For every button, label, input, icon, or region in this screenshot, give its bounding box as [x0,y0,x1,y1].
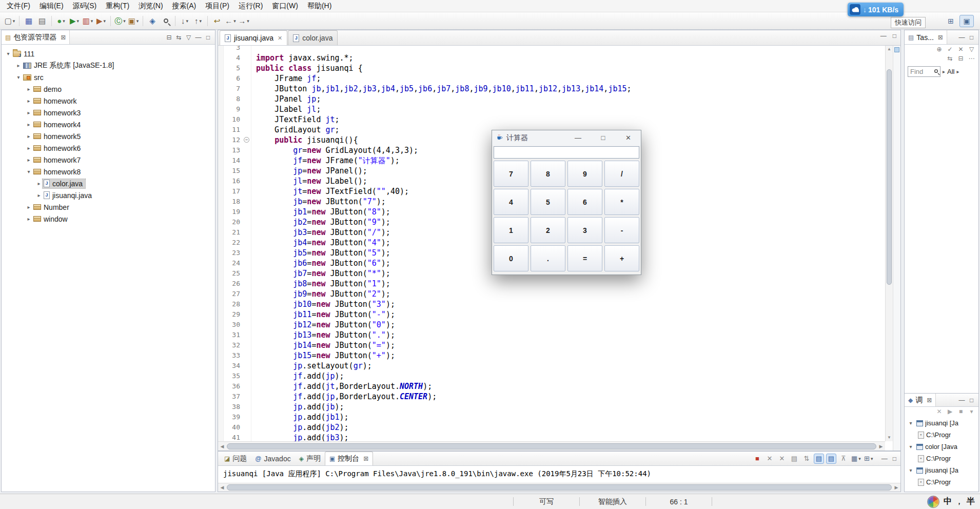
annotation-gutter[interactable] [218,53,224,63]
menu-item[interactable]: 项目(P) [201,1,234,12]
fold-gutter[interactable] [243,330,251,340]
annotation-gutter[interactable] [218,309,224,320]
close-icon[interactable]: ⊠ [363,455,368,462]
editor-horizontal-scrollbar[interactable]: ◀ ▶ [218,441,885,451]
twisty-icon[interactable]: ▾ [15,74,22,80]
tree-item[interactable]: ▸JRE 系统库 [JavaSE-1.8] [2,60,215,71]
twisty-icon[interactable]: ▸ [35,181,43,186]
twisty-icon[interactable]: ▾ [907,467,914,473]
debug-item[interactable]: ▾jisuanqi [Ja [905,464,978,476]
code-text[interactable]: jb9=new JButton("2"); [251,289,885,299]
code-text[interactable]: jp.add(jb3); [251,433,885,441]
remove-all-launches-icon[interactable]: ✕ [777,454,787,464]
calc-button-6[interactable]: 6 [567,189,602,215]
annotation-gutter[interactable] [218,279,224,289]
horizontal-scroll-thumb[interactable] [227,443,876,449]
code-text[interactable]: jb12=new JButton("0"); [251,320,885,330]
run-icon[interactable]: ▶▾ [68,15,81,27]
maximize-icon[interactable]: □ [893,32,896,40]
fold-gutter[interactable] [243,125,251,135]
annotation-gutter[interactable] [218,166,224,176]
menu-item[interactable]: 源码(S) [68,1,102,12]
annotation-gutter[interactable] [218,402,224,412]
twisty-icon[interactable]: ▸ [25,86,32,92]
fold-gutter[interactable] [243,166,251,176]
debug-icon[interactable]: ●▾ [55,15,67,27]
annotation-gutter[interactable] [218,330,224,340]
annotation-gutter[interactable] [218,299,224,309]
tree-item[interactable]: ▸window [2,213,215,225]
delete-task-icon[interactable]: ✕ [956,46,966,53]
maximize-icon[interactable]: □ [967,397,976,404]
menu-item[interactable]: 搜索(A) [168,1,201,12]
calc-button-2[interactable]: 2 [531,217,565,243]
annotation-gutter[interactable] [218,371,224,381]
twisty-icon[interactable]: ▾ [907,444,914,449]
fold-gutter[interactable] [243,320,251,330]
menu-item[interactable]: 帮助(H) [303,1,336,12]
open-type-icon[interactable]: ◈ [146,15,159,27]
close-icon[interactable]: ✕ [278,35,282,42]
mark-complete-icon[interactable]: ✓ [945,46,955,53]
menu-item[interactable]: 文件(F) [2,1,35,12]
search-icon[interactable] [160,15,172,27]
editor-tab[interactable]: color.java [288,30,338,45]
console-tab[interactable]: @Javadoc [251,452,295,465]
tree-item[interactable]: ▸demo [2,83,215,95]
collapse-all-icon[interactable]: ⊟ [956,55,966,62]
fold-gutter[interactable] [243,289,251,299]
calc-button-1[interactable]: 1 [494,217,528,243]
view-menu-icon[interactable]: ▾ [967,408,976,415]
tree-item[interactable]: ▸homework6 [2,142,215,154]
debug-view-tab[interactable]: ◆ 调 ⊠ [905,394,936,406]
twisty-icon[interactable]: ▸ [35,192,43,198]
code-text[interactable]: jp.add(jb1); [251,412,885,422]
ime-punct[interactable]: ， [956,497,963,506]
fold-gutter[interactable] [243,84,251,94]
code-text[interactable]: JFrame jf; [251,73,885,84]
maximize-icon[interactable]: □ [591,130,616,146]
clear-console-icon[interactable]: ▤ [789,454,799,464]
collapse-all-icon[interactable]: ⊟ [164,34,174,41]
debug-item[interactable]: C:\Progr [905,453,978,464]
overview-ruler[interactable] [893,46,900,451]
twisty-icon[interactable]: ▸ [25,216,32,222]
calculator-window[interactable]: 计算器 — □ ✕ 789/456*123-0.=+ [492,130,641,275]
editor-vertical-scrollbar[interactable]: ▲ ▼ [885,46,893,441]
resume-icon[interactable]: ▶ [945,408,955,415]
tree-item[interactable]: ▸homework7 [2,154,215,166]
code-text[interactable]: jp.add(jb2); [251,422,885,433]
annotation-gutter[interactable] [218,63,224,73]
calculator-title-bar[interactable]: 计算器 — □ ✕ [492,130,641,146]
twisty-icon[interactable]: ▸ [25,122,32,127]
annotation-gutter[interactable] [218,227,224,238]
annotation-gutter[interactable] [218,114,224,125]
fold-gutter[interactable] [243,186,251,197]
annotation-gutter[interactable] [218,350,224,361]
code-text[interactable]: JPanel jp; [251,94,885,104]
ime-globe-icon[interactable] [927,496,939,508]
task-list-view-tab[interactable]: ▤ Tas... ⊠ [905,30,947,44]
close-icon[interactable]: ✕ [616,130,641,146]
console-tab[interactable]: ◪问题 [220,452,251,465]
fold-gutter[interactable] [243,217,251,227]
fold-gutter[interactable] [243,46,251,53]
calc-button-plus[interactable]: + [604,245,639,271]
tree-item[interactable]: ▸jisuanqi.java [2,189,215,201]
annotation-gutter[interactable] [218,217,224,227]
maximize-icon[interactable]: □ [967,34,976,41]
minimize-icon[interactable]: — [193,34,203,41]
category-all[interactable]: All [947,68,954,75]
vertical-scroll-thumb[interactable] [887,69,892,285]
menu-item[interactable]: 窗口(W) [267,1,303,12]
fold-gutter[interactable] [243,412,251,422]
minimize-icon[interactable]: — [881,455,888,462]
editor-tab[interactable]: jisuanqi.java✕ [220,30,287,45]
remove-launch-icon[interactable]: ✕ [765,454,775,464]
annotation-gutter[interactable] [218,320,224,330]
debug-item[interactable]: ▾color [Java [905,441,978,453]
close-icon[interactable]: ⊠ [61,34,66,41]
annotation-gutter[interactable] [218,248,224,258]
download-speed-badge[interactable]: ↓ 101 KB/s [848,3,904,16]
print-icon[interactable]: ▤ [36,15,48,27]
